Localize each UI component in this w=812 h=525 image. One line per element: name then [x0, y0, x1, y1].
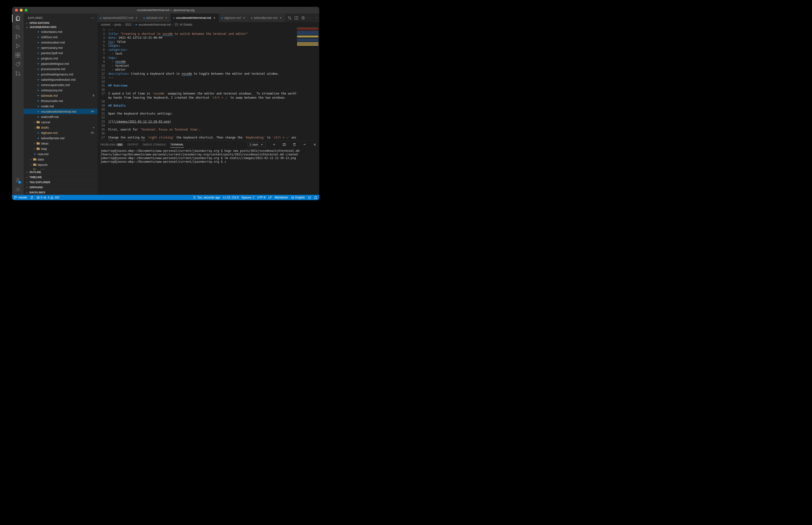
file-opencanary.md[interactable]: ♦opencanary.md — [24, 45, 97, 50]
sidebar-section-orphans[interactable]: ›ORPHANS — [24, 185, 97, 190]
sidebar-section-jasonmurray-org[interactable]: ⌄JASONMURRAY.ORG — [24, 25, 97, 29]
debug-icon[interactable] — [15, 43, 21, 49]
status-item[interactable]: 04162 — [36, 196, 59, 199]
editor[interactable]: 1234567891011121314151617181920212223242… — [97, 27, 296, 141]
sidebar-section-outline[interactable]: ›OUTLINE — [24, 169, 97, 175]
minimize-window-button[interactable] — [20, 9, 23, 12]
file-watchdiff.md[interactable]: ♦watchdiff.md — [24, 114, 97, 119]
trash-icon[interactable] — [293, 143, 296, 146]
file-o365ocr.md[interactable]: ♦o365ocr.md — [24, 34, 97, 40]
panel-tab-output[interactable]: OUTPUT — [127, 141, 138, 148]
close-icon[interactable] — [313, 143, 316, 146]
file-vsafe.md[interactable]: ♦vsafe.md — [24, 103, 97, 109]
chevron-up-icon[interactable] — [303, 143, 306, 146]
gear-icon[interactable] — [15, 186, 21, 192]
folder-loap[interactable]: ›loap — [24, 146, 97, 151]
breadcrumb-seg[interactable]: vscodeswitchterminal.md — [138, 23, 171, 26]
tab-tailswifiprobe.md[interactable]: ♦tailswifiprobe.md — [249, 14, 285, 22]
close-tab-icon[interactable]: × — [213, 16, 216, 20]
file-now.md[interactable]: ♦now.md — [24, 151, 97, 156]
status-item[interactable]: master — [14, 196, 27, 199]
file-tailswifiprobe.md[interactable]: ♦tailswifiprobe.md — [24, 135, 97, 141]
markdown-file-icon: ♦ — [36, 51, 40, 55]
tags-icon[interactable] — [15, 61, 21, 67]
dirty-indicator[interactable] — [279, 16, 283, 20]
split-icon[interactable] — [283, 143, 286, 146]
file-digtrace.md[interactable]: ♦digtrace.md9+ — [24, 130, 97, 135]
breadcrumb-seg[interactable]: posts — [114, 23, 121, 26]
status-item[interactable]: LF — [268, 196, 272, 199]
file-pipansiblebigsur.md[interactable]: ♦pipansiblebigsur.md — [24, 61, 97, 66]
extensions-icon[interactable] — [15, 52, 21, 58]
terminal-selector[interactable]: 2: bash — [247, 142, 266, 147]
breadcrumb-seg[interactable]: ## Details — [179, 23, 192, 26]
file-pandoc2pdf.md[interactable]: ♦pandoc2pdf.md — [24, 50, 97, 56]
tab-laptoprebuild2021.md[interactable]: ♦laptoprebuild2021.md — [97, 14, 141, 22]
close-window-button[interactable] — [15, 9, 18, 12]
terminal-output[interactable]: jemurray@jasons-mbp:~/Documents/www-pers… — [97, 148, 319, 195]
sidebar-section-tag-explorer[interactable]: ›TAG EXPLORER — [24, 180, 97, 185]
sidebar-section-open-editors[interactable]: ›OPEN EDITORS — [24, 21, 97, 25]
status-item[interactable]: Ln 32, Col 8 — [223, 196, 239, 199]
status-item[interactable]: English — [291, 196, 305, 199]
status-item[interactable]: You, seconds ago — [193, 196, 220, 199]
svg-rect-6 — [16, 55, 18, 57]
sidebar-section-backlinks[interactable]: ›BACKLINKS — [24, 190, 97, 195]
folder-public[interactable]: ›public — [24, 167, 97, 169]
folder-icon — [36, 120, 40, 124]
file-sshtorproxy.md[interactable]: ♦sshtorproxy.md — [24, 88, 97, 93]
tab-vscodeswitchterminal.md[interactable]: ♦vscodeswitchterminal.md× — [171, 14, 219, 22]
git-pr-icon[interactable] — [15, 71, 21, 76]
status-item[interactable]: Spaces: 2 — [241, 196, 254, 199]
tab-tailsleak.md[interactable]: ♦tailsleak.md — [141, 14, 171, 22]
file-thisisunsafe.md[interactable]: ♦thisisunsafe.md — [24, 98, 97, 103]
svg-rect-4 — [16, 53, 18, 55]
more-icon[interactable] — [308, 16, 312, 20]
plus-icon[interactable] — [272, 143, 276, 146]
breadcrumb-seg[interactable]: 2021 — [125, 23, 131, 26]
tab-digtrace.md[interactable]: ♦digtrace.md — [219, 14, 249, 22]
status-item[interactable] — [314, 196, 317, 199]
folder-ideas[interactable]: ›ideas — [24, 141, 97, 146]
panel-tab-problems[interactable]: PROBLEMS166 — [100, 141, 123, 148]
more-icon[interactable] — [315, 16, 318, 20]
sidebar-section-timeline[interactable]: ›TIMELINE — [24, 175, 97, 180]
explorer-more-icon[interactable]: ⋯ — [91, 15, 95, 20]
editor-content[interactable]: ---title: "Creating a shortcut in vscode… — [107, 27, 296, 141]
folder-drafts[interactable]: ⌄drafts● — [24, 125, 97, 130]
files-icon[interactable] — [15, 15, 21, 21]
status-item[interactable] — [308, 196, 311, 199]
account-icon[interactable]: 1 — [15, 177, 21, 183]
file-tailsleak.md[interactable]: ♦tailsleak.md8 — [24, 93, 97, 98]
status-item[interactable] — [30, 196, 34, 199]
file-vscodeswitchterminal.md[interactable]: ♦vscodeswitchterminal.md9+ — [24, 109, 97, 114]
file-sshescapecodes.md[interactable]: ♦sshescapecodes.md — [24, 82, 97, 88]
file-notiontasks.md[interactable]: ♦notiontasks.md — [24, 29, 97, 34]
dirty-indicator[interactable] — [164, 16, 168, 20]
titlebar[interactable]: vscodeswitchterminal.md — jasonmurray.or… — [12, 7, 319, 14]
file-safarihttpsredirection.md[interactable]: ♦safarihttpsredirection.md — [24, 77, 97, 82]
search-icon[interactable] — [15, 25, 21, 30]
file-tree[interactable]: ♦notiontasks.md♦o365ocr.md♦onionlocation… — [24, 29, 97, 169]
preview-icon[interactable] — [294, 16, 298, 20]
zoom-window-button[interactable] — [25, 9, 28, 12]
status-item[interactable]: UTF-8 — [257, 196, 265, 199]
folder-cancer[interactable]: ›cancer — [24, 119, 97, 125]
file-onionlocation.md[interactable]: ♦onionlocation.md — [24, 40, 97, 45]
dirty-indicator[interactable] — [135, 16, 138, 20]
panel-tab-debug-console[interactable]: DEBUG CONSOLE — [143, 141, 166, 148]
panel-tab-terminal[interactable]: TERMINAL — [170, 141, 184, 148]
source-control-icon[interactable] — [15, 34, 21, 40]
git-compare-icon[interactable] — [288, 16, 292, 20]
breadcrumb[interactable]: content›posts›2021›♦vscodeswitchterminal… — [97, 22, 319, 27]
folder-layouts[interactable]: ›layouts — [24, 162, 97, 167]
file-proofreadingmacos.md[interactable]: ♦proofreadingmacos.md — [24, 72, 97, 77]
minimap[interactable] — [296, 27, 319, 141]
breadcrumb-seg[interactable]: content — [101, 23, 110, 26]
folder-data[interactable]: ›data — [24, 156, 97, 162]
file-processname.md[interactable]: ♦processname.md — [24, 66, 97, 72]
file-pingloss.md[interactable]: ♦pingloss.md — [24, 56, 97, 61]
status-item[interactable]: Markdown — [275, 196, 288, 199]
dirty-indicator[interactable] — [242, 16, 246, 20]
run-icon[interactable] — [301, 16, 305, 20]
